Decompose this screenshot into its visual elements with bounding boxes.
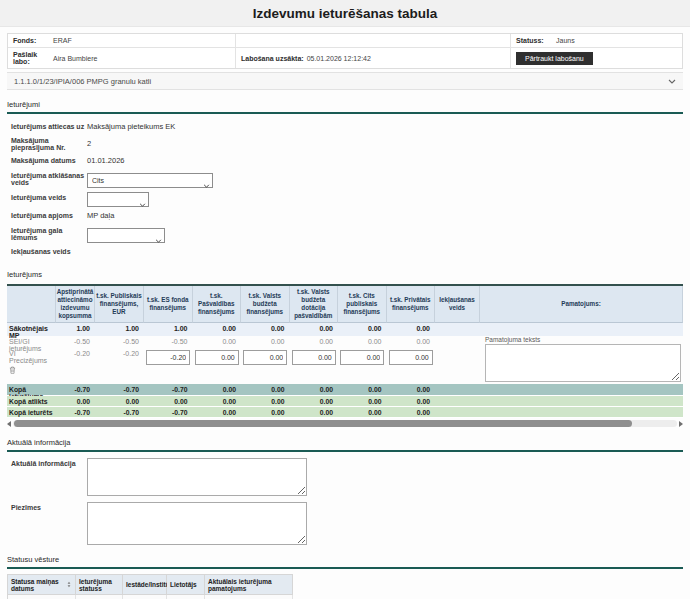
field-maksajuma-datums: Maksājuma datums 01.01.2026: [7, 152, 683, 169]
partraukt-cell: Pārtraukt labošanu: [511, 48, 682, 68]
info-spacer: [236, 34, 511, 48]
table-cell: [480, 323, 683, 336]
section-aktuala-title: Aktuālā informācija: [7, 438, 683, 452]
vi-privatais-input[interactable]: [389, 350, 433, 365]
partraukt-labosanu-button[interactable]: Pārtraukt labošanu: [516, 52, 593, 65]
ieklausanas-label: Iekļaušanas veids: [7, 248, 87, 255]
pamatojuma-teksts-label: Pamatojuma teksts: [485, 336, 681, 343]
project-collapse-bar[interactable]: 1.1.1.0/1/23/IPIA/006 PMPG granulu katli: [7, 72, 683, 90]
table-cell: 0.00: [95, 396, 144, 407]
fonds-label: Fonds:: [13, 37, 53, 44]
sv-cell: 05.01.2026 11:02:14: [8, 595, 76, 599]
table-cell: -0.70: [95, 407, 144, 418]
scrollbar-thumb[interactable]: [14, 420, 632, 427]
statuss-field: Statuss: Jauns: [511, 34, 682, 48]
paslaik-labo-value: Aira Bumbiere: [53, 55, 97, 62]
table-header-cell: t.sk. Privātais finansējums: [387, 286, 436, 323]
scrollbar-track[interactable]: [13, 420, 677, 427]
table-cell: 1.00: [144, 323, 193, 336]
section-ieturejums-title: Ieturējums: [7, 270, 683, 282]
pieprasijuma-label: Maksājuma pieprasījuma Nr.: [7, 137, 87, 151]
pamatojums-cell: Pamatojuma teksts: [480, 336, 683, 384]
table-cell: 0.00: [241, 336, 290, 348]
row-label-vi: VI Precizējums: [7, 348, 56, 384]
table-header-cell: t.sk. ES fonda finansējums: [144, 286, 193, 323]
table-cell: [480, 384, 683, 396]
table-cell: 0.00: [56, 396, 95, 407]
table-cell: -0.50: [56, 336, 95, 348]
table-cell: 0.00: [193, 336, 242, 348]
statusu-vesture-table: Statusa maiņas datums Ieturējuma statuss…: [7, 574, 293, 599]
table-cell: [480, 407, 683, 418]
table-cell: 0.00: [338, 323, 387, 336]
table-cell: 0.00: [241, 384, 290, 396]
vi-dotacija-input[interactable]: [292, 350, 336, 365]
field-apjoms: Ieturējuma apjoms MP daļa: [7, 207, 683, 224]
vi-cits-publiskais-input[interactable]: [340, 350, 384, 365]
table-cell: 0.00: [338, 336, 387, 348]
field-gala-lemums: Ieturējuma gala lēmums: [7, 224, 683, 243]
aktuala-informacija-textarea[interactable]: [87, 458, 307, 496]
trash-icon[interactable]: [9, 366, 16, 375]
vi-valsts-budzeta-input[interactable]: [243, 350, 287, 365]
scroll-right-arrow-icon[interactable]: [679, 421, 683, 427]
gala-lemums-select[interactable]: [87, 228, 165, 243]
sort-icon[interactable]: [66, 581, 72, 589]
sv-header-cell: Aktuālais ieturējuma pamatojums: [205, 575, 293, 595]
labosana-field: Labošana uzsākta: 05.01.2026 12:12:42: [236, 48, 511, 68]
fonds-value: ERAF: [53, 37, 72, 44]
field-attiecas: Ieturējums attiecas uz Maksājuma pieteik…: [7, 118, 683, 135]
field-atklasanas-veids: Ieturējuma atklāšanas veids Cits: [7, 169, 683, 188]
table-cell: 0.00: [241, 396, 290, 407]
table-cell: 0.00: [387, 336, 436, 348]
table-cell: 0.00: [144, 396, 193, 407]
table-cell: 0.00: [387, 407, 436, 418]
piezimes-textarea[interactable]: [87, 502, 307, 545]
statuss-label: Statuss:: [516, 37, 556, 44]
page-header: Izdevumu ieturēšanas tabula: [0, 0, 690, 27]
table-cell: -0.20: [56, 348, 95, 384]
table-cell: 0.00: [193, 407, 242, 418]
vi-pasvaldibas-input[interactable]: [195, 350, 239, 365]
table-cell: -0.70: [95, 384, 144, 396]
table-cell: 0.00: [290, 396, 339, 407]
table-header-cell: Iekļaušanas veids: [435, 286, 480, 323]
field-ieturejuma-veids: Ieturējuma veids: [7, 188, 683, 207]
row-label: SEI/GI ieturējums: [7, 336, 56, 348]
table-header-cell: t.sk. Publiskais finansējums, EUR: [95, 286, 144, 323]
atklasanas-label: Ieturējuma atklāšanas veids: [7, 172, 87, 186]
paslaik-labo-label: Pašlaik labo:: [13, 51, 53, 65]
vi-input-cell: [144, 348, 193, 384]
vi-es-fonda-input[interactable]: [146, 350, 190, 365]
fonds-field: Fonds: ERAF: [8, 34, 236, 48]
aktuala-informacija-label: Aktuālā informācija: [7, 458, 87, 496]
horizontal-scrollbar: [7, 419, 683, 428]
row-label: Kopā atlikts: [7, 396, 56, 407]
table-cell: -0.50: [144, 336, 193, 348]
atklasanas-veids-select[interactable]: Cits: [87, 173, 213, 188]
datums-value: 01.01.2026: [87, 156, 125, 165]
info-panel: Fonds: ERAF Statuss: Jauns Pašlaik labo:…: [7, 33, 683, 69]
table-cell: 0.00: [387, 384, 436, 396]
scroll-left-arrow-icon[interactable]: [7, 421, 11, 427]
chevron-down-icon[interactable]: [668, 79, 676, 84]
table-header-cell: t.sk. Valsts budžeta dotācija pašvaldībā…: [290, 286, 339, 323]
pamatojums-textarea[interactable]: [485, 344, 681, 382]
attiecas-label: Ieturējums attiecas uz: [7, 123, 87, 130]
section-ieturejumi-title: Ieturējumi: [7, 100, 683, 114]
pieprasijuma-value: 2: [87, 139, 91, 148]
vi-input-cell: [193, 348, 242, 384]
gala-lemums-label: Ieturējuma gala lēmums: [7, 227, 87, 241]
attiecas-value: Maksājuma pieteikums EK: [87, 122, 175, 131]
table-cell: -0.70: [144, 407, 193, 418]
sv-header-cell[interactable]: Statusa maiņas datums: [8, 575, 76, 595]
table-cell: [435, 348, 480, 384]
table-header-cell: [7, 286, 56, 323]
table-header-cell: t.sk. Pašvaldības finansējums: [193, 286, 242, 323]
paslaik-labo-field: Pašlaik labo: Aira Bumbiere: [8, 48, 236, 68]
ieturejuma-veids-select[interactable]: [87, 192, 149, 207]
table-cell: 0.00: [290, 336, 339, 348]
field-piezimes: Piezīmes: [7, 502, 683, 545]
table-cell: 0.00: [193, 384, 242, 396]
table-cell: 0.00: [290, 407, 339, 418]
